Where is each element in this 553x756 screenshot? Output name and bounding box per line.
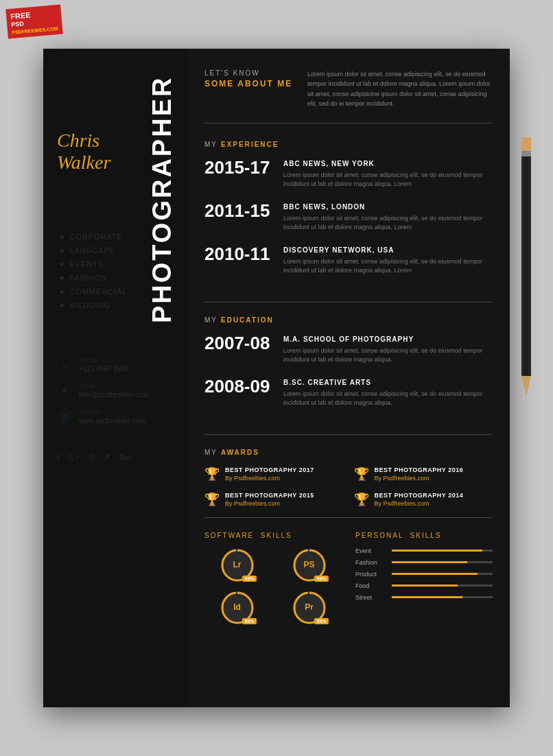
about-heading-line1: LET'S KNOW xyxy=(204,69,294,77)
personal-title-plain: PERSONAL xyxy=(355,532,403,539)
sidebar: Chris Walker PHOTOGRAPHER CORPORATE LANS… xyxy=(43,49,187,707)
award-title-1: BEST PHOTOGRAPHY 2017 xyxy=(225,466,314,473)
personal-skill-fashion: Fashion xyxy=(355,559,493,566)
exp-company-3: DISCOVERY NETWORK, USA xyxy=(283,246,493,254)
exp-year-1: 2015-17 xyxy=(204,158,273,176)
skill-bar-street xyxy=(392,596,462,598)
award-item-4: 🏆 BEST PHOTOGRAPHY 2014 By Psdfreebies.c… xyxy=(354,492,493,507)
edu-details-2: B.SC. CREATIVE ARTS Lorem ipsum dolor si… xyxy=(283,377,493,408)
award-item-1: 🏆 BEST PHOTOGRAPHY 2017 By Psdfreebies.c… xyxy=(204,466,344,482)
award-by-3: By Psdfreebies.com xyxy=(225,500,314,507)
edu-desc-2: Lorem ipsum dolor sit amet, conse adipis… xyxy=(283,390,493,408)
exp-year-2: 2011-15 xyxy=(204,202,273,220)
exp-entry-3: 2010-11 DISCOVERY NETWORK, USA Lorem ips… xyxy=(204,245,493,276)
main-content: LET'S KNOW SOME ABOUT ME Lorem ipsum dol… xyxy=(187,49,510,707)
trophy-icon-1: 🏆 xyxy=(204,468,220,480)
award-title-3: BEST PHOTOGRAPHY 2015 xyxy=(225,492,314,499)
skills-section: SOFTWARE SKILLS Lr xyxy=(204,532,493,626)
job-title: PHOTOGRAPHER xyxy=(148,131,177,323)
skill-ps-label: PS xyxy=(303,559,314,569)
education-label: EDUCATION xyxy=(221,316,274,324)
award-by-1: By Psdfreebies.com xyxy=(225,475,314,482)
skill-pr: Pr 98% xyxy=(276,590,342,626)
personal-label-food: Food xyxy=(355,582,386,589)
about-text: Lorem ipsum dolor sit amet, conse adipis… xyxy=(307,69,493,109)
exp-entry-1: 2015-17 ABC NEWS, NEW YORK Lorem ipsum d… xyxy=(204,158,493,189)
skill-ps-pct: 98% xyxy=(314,576,328,582)
exp-company-2: BBC NEWS, LONDON xyxy=(283,203,493,211)
edu-school-2: B.SC. CREATIVE ARTS xyxy=(283,379,493,386)
edu-year-1: 2007-08 xyxy=(204,334,273,352)
about-title-block: LET'S KNOW SOME ABOUT ME xyxy=(204,69,294,109)
free-psd-badge: FREE PSD PSDFREEBIES.COM xyxy=(5,5,62,39)
resume-container: Chris Walker PHOTOGRAPHER CORPORATE LANS… xyxy=(43,49,510,707)
exp-details-1: ABC NEWS, NEW YORK Lorem ipsum dolor sit… xyxy=(283,158,493,189)
award-title-2: BEST PHOTOGRAPHY 2016 xyxy=(375,466,464,473)
skill-id-pct: 98% xyxy=(242,618,256,624)
skill-bar-food xyxy=(392,584,458,587)
skill-bar-track-street xyxy=(392,596,493,598)
awards-heading: MY AWARDS xyxy=(204,449,493,456)
pencil-decoration xyxy=(520,137,532,398)
edu-year-2: 2008-09 xyxy=(204,377,273,395)
awards-grid: 🏆 BEST PHOTOGRAPHY 2017 By Psdfreebies.c… xyxy=(204,466,493,507)
skill-pr-label: Pr xyxy=(305,602,314,611)
personal-skill-product: Product xyxy=(355,571,493,578)
exp-year-3: 2010-11 xyxy=(204,245,273,263)
awards-my-label: MY xyxy=(204,449,217,456)
software-skills-grid: Lr 98% PS xyxy=(204,547,342,626)
experience-label: EXPERIENCE xyxy=(221,141,279,148)
awards-label: AWARDS xyxy=(221,449,259,456)
edu-details-1: M.A. SCHOOL OF PHOTOGRAPHY Lorem ipsum d… xyxy=(283,334,493,365)
personal-label-fashion: Fashion xyxy=(355,559,386,566)
personal-skills-title: PERSONAL SKILLS xyxy=(355,532,493,539)
skill-bar-fashion xyxy=(392,561,467,563)
edu-entry-1: 2007-08 M.A. SCHOOL OF PHOTOGRAPHY Lorem… xyxy=(204,334,493,365)
exp-entry-2: 2011-15 BBC NEWS, LONDON Lorem ipsum dol… xyxy=(204,202,493,233)
exp-details-2: BBC NEWS, LONDON Lorem ipsum dolor sit a… xyxy=(283,202,493,233)
award-title-4: BEST PHOTOGRAPHY 2014 xyxy=(375,492,464,499)
name-area: Chris Walker PHOTOGRAPHER xyxy=(43,117,187,178)
skill-bar-track-event xyxy=(392,550,493,552)
skill-bar-track-food xyxy=(392,584,493,587)
exp-details-3: DISCOVERY NETWORK, USA Lorem ipsum dolor… xyxy=(283,245,493,276)
exp-company-1: ABC NEWS, NEW YORK xyxy=(283,160,493,167)
personal-skill-food: Food xyxy=(355,582,493,589)
skill-bar-product xyxy=(392,573,478,575)
personal-label-event: Event xyxy=(355,547,386,554)
experience-my-label: MY xyxy=(204,141,217,148)
software-title-plain: SOFTWARE xyxy=(204,532,254,539)
skill-lr: Lr 98% xyxy=(204,547,270,583)
skill-ps: PS 98% xyxy=(276,547,342,583)
personal-title-accent: SKILLS xyxy=(410,532,442,539)
personal-skill-event: Event xyxy=(355,547,493,554)
award-by-4: By Psdfreebies.com xyxy=(375,500,464,507)
software-skills-title: SOFTWARE SKILLS xyxy=(204,532,342,539)
awards-section: MY AWARDS 🏆 BEST PHOTOGRAPHY 2017 By Psd… xyxy=(204,449,493,518)
skill-id-label: Id xyxy=(233,602,241,611)
about-heading-line2: SOME ABOUT ME xyxy=(204,79,294,88)
software-title-accent: SKILLS xyxy=(261,532,292,539)
personal-label-product: Product xyxy=(355,571,386,578)
edu-entry-2: 2008-09 B.SC. CREATIVE ARTS Lorem ipsum … xyxy=(204,377,493,408)
trophy-icon-4: 🏆 xyxy=(354,493,369,506)
skill-bar-track-product xyxy=(392,573,493,575)
personal-skills: PERSONAL SKILLS Event Fashion xyxy=(355,532,493,626)
exp-desc-1: Lorem ipsum dolor sit amet, conse adipis… xyxy=(283,171,493,189)
trophy-icon-2: 🏆 xyxy=(354,468,369,480)
skill-bar-event xyxy=(392,550,482,552)
skill-id: Id 98% xyxy=(204,590,270,626)
experience-section: MY EXPERIENCE 2015-17 ABC NEWS, NEW YORK… xyxy=(204,141,493,303)
skill-lr-label: Lr xyxy=(233,559,242,569)
award-item-2: 🏆 BEST PHOTOGRAPHY 2016 By Psdfreebies.c… xyxy=(354,466,493,482)
personal-label-street: Street xyxy=(355,594,386,601)
skill-lr-pct: 98% xyxy=(242,576,256,582)
software-skills: SOFTWARE SKILLS Lr xyxy=(204,532,342,626)
education-heading: MY EDUCATION xyxy=(204,316,493,324)
education-my-label: MY xyxy=(204,316,217,324)
exp-desc-3: Lorem ipsum dolor sit amet, conse adipis… xyxy=(283,257,493,276)
skill-bar-track-fashion xyxy=(392,561,493,563)
award-by-2: By Psdfreebies.com xyxy=(375,475,464,482)
personal-skill-street: Street xyxy=(355,594,493,601)
about-section: LET'S KNOW SOME ABOUT ME Lorem ipsum dol… xyxy=(204,69,493,123)
